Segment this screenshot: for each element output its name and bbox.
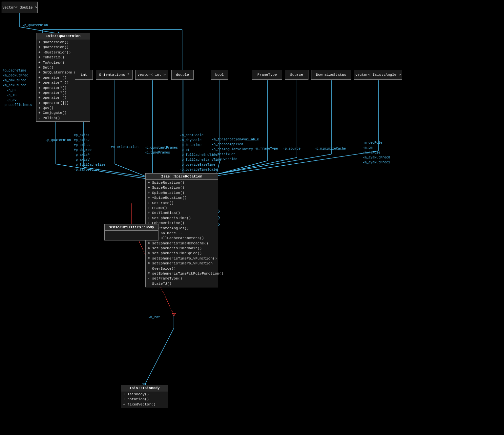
- bool-labels: -m_tOrientationAvailable -p_degreeApplie…: [212, 137, 259, 162]
- vector-double-title: vector< double >: [2, 6, 37, 10]
- frametype-label: -m_frameType: [254, 147, 278, 151]
- p-quaternion-mid-label: -p_quaternion: [45, 138, 71, 142]
- int-title: int: [81, 73, 87, 77]
- bool-box: bool: [211, 70, 228, 80]
- vector-int-box: vector< int >: [135, 70, 168, 80]
- isis-spicerotation-title: Isis::SpiceRotation: [146, 174, 218, 180]
- vector-double-box: vector< double >: [2, 2, 38, 13]
- double-title: double: [176, 73, 189, 77]
- orientation-label: #m_orientation: [111, 145, 138, 149]
- orientations-box: Orientations *: [96, 70, 133, 80]
- svg-line-11: [115, 164, 148, 177]
- isis-isisbody-title: Isis::IsisBody: [121, 385, 168, 391]
- isis-isisbody-body: + IsisBody() + rotation() + fixedVector(…: [121, 391, 168, 408]
- double-box: double: [171, 70, 194, 80]
- sensor-utilities-body: [105, 231, 158, 232]
- sensor-utilities-body-box: SensorUtilities::Body: [104, 224, 158, 240]
- int-area-labels: #p_axis1 #p_axis2 #p_axis3 #p_degree -p_…: [74, 133, 105, 172]
- sensor-utilities-title: SensorUtilities::Body: [105, 224, 158, 231]
- vector-int-title: vector< int >: [137, 73, 166, 77]
- downsizestatus-box: DownsizeStatus: [311, 70, 351, 80]
- constantframes-label: -p_constantFrames -p_timeFrames: [144, 145, 178, 155]
- source-box: Source: [285, 70, 308, 80]
- isis-isisbody-box: Isis::IsisBody + IsisBody() + rotation()…: [121, 385, 168, 408]
- source-title: Source: [290, 73, 303, 77]
- m-rot-label: -m_rot: [148, 316, 160, 319]
- isis-quaternion-body: + Quaternion() + Quaternion() + ~Quatern…: [36, 39, 90, 121]
- downsizestatus-title: DownsizeStatus: [316, 73, 346, 77]
- svg-line-20: [218, 161, 267, 174]
- frametype-box: FrameType: [252, 70, 282, 80]
- int-box: int: [75, 70, 93, 80]
- isis-quaternion-title: Isis::Quaternion: [36, 33, 90, 39]
- left-attrs: #p_cacheTime -m_decNutPrec -m_pmNutPrec …: [3, 68, 32, 108]
- frametype-title: FrameType: [257, 73, 277, 77]
- bool-title: bool: [215, 73, 224, 77]
- downsizestatus-label: -p_minimizeCache: [314, 147, 346, 151]
- vector-angle-labels: -m_decPole -m_pm -m_raPole -m_ayaNutPrec…: [363, 140, 390, 165]
- vector-angle-title: vector< Isis::Angle >: [355, 73, 401, 77]
- vector-angle-box: vector< Isis::Angle >: [354, 70, 402, 80]
- source-label: -p_source: [283, 147, 301, 151]
- diagram-container: vector< double > Isis::Quaternion + Quat…: [0, 0, 504, 435]
- orientations-title: Orientations *: [99, 73, 129, 77]
- p-quaternion-top-label: -p_quaternion: [22, 24, 48, 27]
- svg-line-36: [144, 328, 174, 385]
- svg-marker-34: [172, 313, 176, 316]
